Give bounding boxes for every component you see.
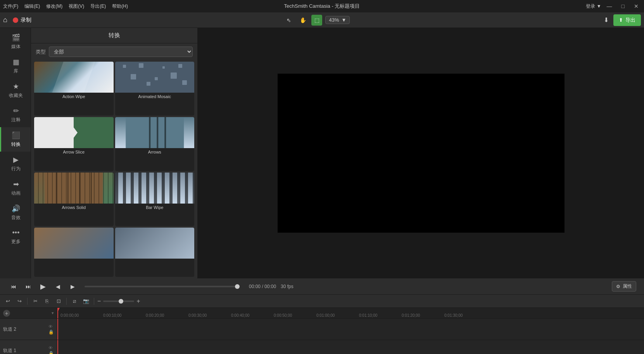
menu-modify[interactable]: 修改(M) xyxy=(46,3,62,10)
main-layout: 🎬 媒体 ▦ 库 ★ 收藏夹 ✏ 注释 ⬛ 转换 ▶ 行为 ➡ 动画 🔊 音 xyxy=(0,28,644,278)
arrow-slice-thumb xyxy=(34,117,114,148)
zoom-knob[interactable] xyxy=(119,299,123,304)
transitions-panel: 转换 类型 全部切换溶解擦除推移 Action Wipe xyxy=(31,28,198,278)
arrows-thumb xyxy=(115,117,195,148)
partial8-label xyxy=(154,259,155,262)
transition-animated-mosaic[interactable]: Animated Mosaic xyxy=(115,62,195,116)
ruler-mark-4: 0:00:40;00 xyxy=(231,313,274,318)
sidebar-item-more[interactable]: ••• 更多 xyxy=(0,225,31,249)
play-button[interactable]: ▶ xyxy=(37,281,49,292)
sidebar-label-animation: 动画 xyxy=(11,190,21,197)
transition-arrow-slice[interactable]: Arrow Slice xyxy=(34,117,114,171)
transition-partial7[interactable] xyxy=(34,228,114,277)
svg-rect-5 xyxy=(45,173,103,204)
snapshot-button[interactable]: 📷 xyxy=(81,297,91,306)
properties-button[interactable]: ⚙ 属性 xyxy=(612,281,636,292)
zoom-in-button[interactable]: + xyxy=(136,298,140,305)
more-icon: ••• xyxy=(12,229,20,237)
sidebar-label-annotations: 注释 xyxy=(11,117,21,123)
close-button[interactable]: ✕ xyxy=(632,2,641,10)
transition-arrows-solid[interactable]: Arrows Solid xyxy=(34,173,114,226)
sidebar-item-favorites[interactable]: ★ 收藏夹 xyxy=(0,78,31,103)
sidebar-item-animation[interactable]: ➡ 动画 xyxy=(0,176,31,200)
menu-export[interactable]: 导出(E) xyxy=(90,3,106,10)
download-icon[interactable]: ⬇ xyxy=(602,15,610,25)
partial7-preview xyxy=(34,228,114,259)
preview-area xyxy=(198,28,644,278)
prev-frame-button[interactable]: ◀ xyxy=(52,281,64,292)
track-1-lock-icon[interactable]: 🔒 xyxy=(48,351,54,354)
track-collapse-icon[interactable]: ▾ xyxy=(52,311,54,316)
timeline-content: 0:00:00;00 0:00:10;00 0:00:20;00 0:00:30… xyxy=(57,308,644,354)
sidebar-item-audio[interactable]: 🔊 音效 xyxy=(0,200,31,225)
login-button[interactable]: 登录 ▼ xyxy=(586,3,601,10)
bar-wipe-thumb xyxy=(115,173,195,204)
sidebar-item-behavior[interactable]: ▶ 行为 xyxy=(0,152,31,176)
menu-view[interactable]: 视图(V) xyxy=(69,3,84,10)
ruler-mark-9: 0:01:30;00 xyxy=(444,313,487,318)
arrows-preview xyxy=(115,117,195,148)
zoom-selector[interactable]: 43% ▼ xyxy=(325,16,350,24)
track-1-eye-icon[interactable]: 👁 xyxy=(48,345,54,350)
sidebar-label-more: 更多 xyxy=(11,238,21,245)
hand-tool-button[interactable]: ✋ xyxy=(297,15,308,26)
cut-button[interactable]: ✂ xyxy=(31,297,40,306)
timeline-section: ↩ ↪ ✂ ⎘ ⊡ ⧄ 📷 − + + ▾ 轨道 2 xyxy=(0,295,644,354)
share-icon: ⬆ xyxy=(619,17,623,23)
paste-button[interactable]: ⊡ xyxy=(54,297,63,306)
sidebar-item-transitions[interactable]: ⬛ 转换 xyxy=(0,127,31,152)
copy-button[interactable]: ⎘ xyxy=(42,297,52,306)
split-view-button[interactable]: ⧄ xyxy=(70,297,79,306)
toolbar-right: ⬇ ⬆ 导出 xyxy=(602,14,641,26)
undo-button[interactable]: ↩ xyxy=(3,297,12,306)
playback-thumb[interactable] xyxy=(235,284,240,289)
record-dot-icon xyxy=(13,17,18,23)
svg-rect-4 xyxy=(164,117,166,148)
maximize-button[interactable]: □ xyxy=(619,2,627,10)
timeline-ruler: 0:00:00;00 0:00:10;00 0:00:20;00 0:00:30… xyxy=(57,308,644,319)
sidebar-item-media[interactable]: 🎬 媒体 xyxy=(0,29,31,54)
export-button[interactable]: ⬆ 导出 xyxy=(613,14,641,26)
track-2-eye-icon[interactable]: 👁 xyxy=(48,324,54,329)
arrows-solid-preview xyxy=(34,173,114,204)
track-header: + ▾ xyxy=(0,308,57,319)
sidebar-item-library[interactable]: ▦ 库 xyxy=(0,54,31,78)
transition-arrows[interactable]: Arrows xyxy=(115,117,195,171)
sidebar-item-annotations[interactable]: ✏ 注释 xyxy=(0,103,31,127)
track-lane-1[interactable] xyxy=(57,340,644,354)
title-bar: 文件(F) 编辑(E) 修改(M) 视图(V) 导出(E) 帮助(H) Tech… xyxy=(0,0,644,12)
step-back-button[interactable]: ⏭ xyxy=(22,281,34,292)
transition-partial8[interactable] xyxy=(115,228,195,277)
transition-bar-wipe[interactable]: Bar Wipe xyxy=(115,173,195,226)
zoom-track[interactable] xyxy=(103,300,134,302)
audio-icon: 🔊 xyxy=(12,204,20,213)
svg-rect-3 xyxy=(157,117,158,148)
next-frame-button[interactable]: ▶ xyxy=(67,281,78,292)
type-filter-select[interactable]: 全部切换溶解擦除推移 xyxy=(49,47,193,57)
menu-help[interactable]: 帮助(H) xyxy=(112,3,128,10)
record-button[interactable]: 录制 xyxy=(13,17,31,24)
preview-canvas xyxy=(278,74,565,233)
crop-tool-button[interactable]: ⬚ xyxy=(311,15,322,26)
select-tool-button[interactable]: ⇖ xyxy=(283,15,294,26)
redo-button[interactable]: ↪ xyxy=(15,297,24,306)
timeline-tracks-scroll xyxy=(57,319,644,354)
window-controls[interactable]: — □ ✕ xyxy=(604,2,641,10)
home-icon[interactable]: ⌂ xyxy=(3,16,7,24)
time-display: 00:00 / 00:00 xyxy=(249,284,276,289)
menu-bar[interactable]: 文件(F) 编辑(E) 修改(M) 视图(V) 导出(E) 帮助(H) xyxy=(3,3,128,10)
menu-edit[interactable]: 编辑(E) xyxy=(24,3,40,10)
transitions-grid: Action Wipe A xyxy=(31,60,197,278)
zoom-out-button[interactable]: − xyxy=(97,298,101,305)
add-track-button[interactable]: + xyxy=(3,310,10,317)
track-row-1: 轨道 1 👁 🔒 xyxy=(0,340,57,354)
playback-slider[interactable] xyxy=(85,286,240,287)
main-toolbar: ⌂ 录制 ⇖ ✋ ⬚ 43% ▼ ⬇ ⬆ 导出 xyxy=(0,12,644,28)
app-title: TechSmith Camtasia - 无标题项目 xyxy=(284,3,360,10)
rewind-button[interactable]: ⏮ xyxy=(8,281,19,292)
menu-file[interactable]: 文件(F) xyxy=(3,3,18,10)
track-2-lock-icon[interactable]: 🔒 xyxy=(48,330,54,335)
transition-action-wipe[interactable]: Action Wipe xyxy=(34,62,114,116)
minimize-button[interactable]: — xyxy=(604,2,615,10)
track-lane-2[interactable] xyxy=(57,319,644,340)
